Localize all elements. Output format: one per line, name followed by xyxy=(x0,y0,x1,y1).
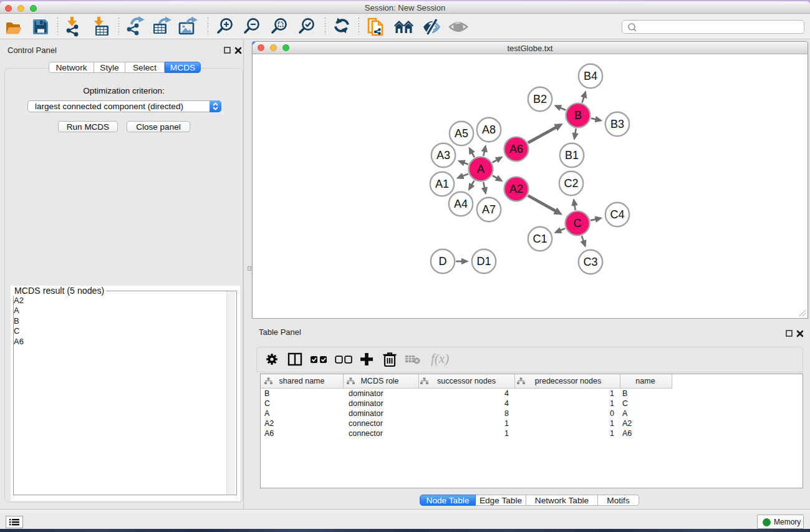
svg-text:B4: B4 xyxy=(584,70,597,82)
svg-text:B3: B3 xyxy=(610,118,624,130)
svg-text:B: B xyxy=(574,109,582,122)
svg-text:A4: A4 xyxy=(454,198,468,210)
svg-text:A6: A6 xyxy=(509,143,523,155)
svg-text:B2: B2 xyxy=(533,93,547,105)
svg-text:A8: A8 xyxy=(482,123,496,136)
svg-text:A5: A5 xyxy=(455,127,468,140)
svg-text:A1: A1 xyxy=(435,178,449,190)
svg-text:C4: C4 xyxy=(610,208,624,221)
svg-text:A7: A7 xyxy=(482,203,496,216)
svg-text:A2: A2 xyxy=(509,183,523,195)
svg-text:A3: A3 xyxy=(436,149,450,162)
svg-text:C2: C2 xyxy=(564,177,578,190)
svg-text:C3: C3 xyxy=(583,256,597,268)
svg-text:C1: C1 xyxy=(533,233,547,245)
svg-text:D1: D1 xyxy=(476,255,491,268)
svg-text:D: D xyxy=(439,255,447,268)
svg-text:C: C xyxy=(574,217,582,230)
svg-text:B1: B1 xyxy=(565,149,579,162)
svg-text:A: A xyxy=(477,163,485,175)
